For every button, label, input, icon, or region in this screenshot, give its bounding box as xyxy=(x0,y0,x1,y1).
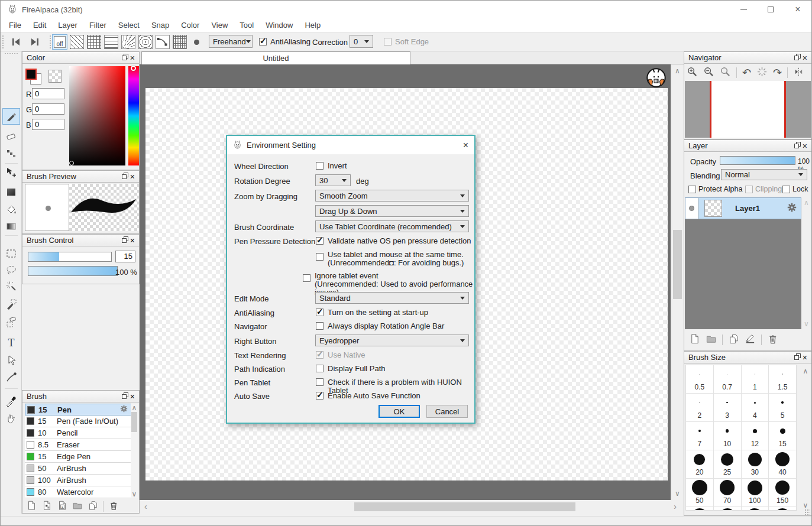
brush-size-option[interactable]: 1 xyxy=(742,365,769,394)
brush-item-pen-fade[interactable]: 15Pen (Fade In/Out) xyxy=(25,415,131,427)
brush-list-scrollbar[interactable]: ∧ ∨ xyxy=(131,404,138,498)
brush-size-option[interactable]: 3 xyxy=(714,394,742,422)
dialog-close-icon[interactable]: × xyxy=(463,140,468,151)
float-panel-icon[interactable] xyxy=(122,53,128,62)
enable-auto-save-checkbox[interactable]: Enable Auto Save Function xyxy=(316,392,420,400)
brush-size-option[interactable]: 2 xyxy=(686,394,714,422)
brush-size-option[interactable]: 0.5 xyxy=(686,365,714,394)
right-button-dropdown[interactable]: Eyedropper xyxy=(315,335,469,346)
brush-opacity-slider[interactable] xyxy=(28,266,118,276)
zoom-in-icon[interactable] xyxy=(687,66,698,79)
blending-dropdown[interactable]: Normal xyxy=(721,169,807,180)
brush-size-option[interactable]: 15 xyxy=(769,422,797,450)
brush-item-airbrush-50[interactable]: 50AirBrush xyxy=(25,463,131,475)
brush-size-option[interactable]: 12 xyxy=(742,422,769,450)
scrollbar-thumb[interactable] xyxy=(354,502,575,511)
stroke-mode-dropdown[interactable]: Freehand xyxy=(209,35,253,48)
brush-size-option[interactable]: 4 xyxy=(742,394,769,422)
tool-blur[interactable] xyxy=(4,147,18,161)
snap-concentric-button[interactable] xyxy=(138,35,153,49)
tool-select-pen[interactable] xyxy=(4,297,18,311)
invert-checkbox[interactable]: Invert xyxy=(316,162,347,170)
clipping-checkbox[interactable]: Clipping xyxy=(745,185,782,193)
correction-dropdown[interactable]: 0 xyxy=(350,35,373,48)
brush-size-option[interactable]: 100 xyxy=(742,479,769,507)
brush-size-option[interactable]: 150 xyxy=(769,479,797,507)
protect-alpha-checkbox[interactable]: Protect Alpha xyxy=(688,185,742,193)
menu-select[interactable]: Select xyxy=(112,19,145,31)
brush-item-pen[interactable]: 15 Pen xyxy=(25,404,131,415)
close-panel-icon[interactable]: × xyxy=(801,142,809,150)
g-input[interactable] xyxy=(32,103,64,115)
add-bitmap-brush-button[interactable] xyxy=(41,499,52,513)
drag-direction-dropdown[interactable]: Drag Up & Down xyxy=(315,205,469,217)
rotate-right-icon[interactable]: ↷ xyxy=(773,67,782,78)
tool-pen[interactable] xyxy=(2,108,20,125)
brush-size-option[interactable] xyxy=(714,507,742,511)
antialiasing-checkbox[interactable]: AntiAliasing xyxy=(259,37,310,46)
r-input[interactable] xyxy=(32,88,64,99)
brush-size-slider[interactable] xyxy=(28,252,112,262)
toolstrip-grip[interactable] xyxy=(4,53,18,55)
tablet-mouse-checkbox[interactable]: Use tablet and mouse at the same time.(U… xyxy=(316,251,464,267)
brush-size-option[interactable]: 10 xyxy=(714,422,742,450)
tool-hand[interactable] xyxy=(4,412,18,426)
menu-filter[interactable]: Filter xyxy=(83,19,112,31)
soft-edge-checkbox[interactable]: Soft Edge xyxy=(384,37,429,46)
float-panel-icon[interactable] xyxy=(122,392,128,401)
tool-gradient[interactable] xyxy=(4,219,18,233)
menu-color[interactable]: Color xyxy=(175,19,205,31)
lock-checkbox[interactable]: Lock xyxy=(782,185,808,193)
close-panel-icon[interactable]: × xyxy=(128,392,137,401)
scroll-down-icon[interactable]: ∨ xyxy=(131,490,138,498)
tool-eraser[interactable] xyxy=(4,129,18,143)
snap-horizontal-button[interactable] xyxy=(104,35,118,49)
tool-eyedropper[interactable] xyxy=(4,394,18,408)
b-input[interactable] xyxy=(32,119,64,130)
layer-row-layer1[interactable]: Layer1 xyxy=(685,197,801,219)
brush-size-option[interactable]: 40 xyxy=(769,450,797,479)
rotation-angle-bar-checkbox[interactable]: Always display Rotation Angle Bar xyxy=(316,322,444,330)
brush-size-option[interactable]: 1.5 xyxy=(769,365,797,394)
display-full-path-checkbox[interactable]: Display Full Path xyxy=(316,365,386,373)
menu-view[interactable]: View xyxy=(205,19,234,31)
duplicate-layer-button[interactable] xyxy=(728,333,739,346)
brush-folder-button[interactable] xyxy=(72,499,83,513)
brush-size-option[interactable] xyxy=(742,507,769,511)
float-panel-icon[interactable] xyxy=(122,172,128,181)
scroll-up-icon[interactable]: ∧ xyxy=(801,366,810,375)
close-button[interactable]: × xyxy=(784,1,811,18)
brush-size-option[interactable] xyxy=(769,507,797,511)
tool-select-eraser[interactable] xyxy=(4,315,18,329)
tool-text[interactable]: T xyxy=(4,336,18,350)
canvas-vertical-scrollbar[interactable]: ∧ ∨ xyxy=(671,64,684,500)
menu-tool[interactable]: Tool xyxy=(234,19,260,31)
snap-curve-button[interactable] xyxy=(156,35,170,49)
saturation-value-picker[interactable] xyxy=(69,66,125,165)
close-panel-icon[interactable]: × xyxy=(128,173,137,181)
brush-size-option[interactable]: 7 xyxy=(686,422,714,450)
maximize-button[interactable] xyxy=(757,1,784,18)
close-panel-icon[interactable]: × xyxy=(128,54,137,62)
add-brush-button[interactable] xyxy=(26,499,37,513)
panel-resize-grip[interactable] xyxy=(804,509,810,515)
snap-parallel-button[interactable] xyxy=(70,35,84,49)
brush-size-option[interactable]: 30 xyxy=(742,450,769,479)
add-layer-button[interactable] xyxy=(689,333,700,346)
canvas-horizontal-scrollbar[interactable]: ‹ › xyxy=(140,500,684,514)
brush-item-watercolor[interactable]: 80Watercolor xyxy=(25,486,131,498)
tool-fill-rect[interactable] xyxy=(4,185,18,199)
float-panel-icon[interactable] xyxy=(794,141,801,150)
brush-size-option[interactable]: 5 xyxy=(769,394,797,422)
snap-off-button[interactable]: off xyxy=(52,34,67,50)
navigator-preview[interactable] xyxy=(685,81,811,138)
add-layer-folder-button[interactable] xyxy=(706,333,717,346)
hue-slider[interactable] xyxy=(128,66,139,165)
brush-size-option[interactable]: 0.7 xyxy=(714,365,742,394)
rotation-degree-dropdown[interactable]: 30 xyxy=(315,174,351,186)
snap-radial-button[interactable] xyxy=(121,35,135,49)
brush-size-scrollbar[interactable]: ∧ ∨ xyxy=(801,366,810,511)
brush-size-option[interactable]: 25 xyxy=(714,450,742,479)
tool-bucket[interactable] xyxy=(4,203,18,217)
edit-mode-dropdown[interactable]: Standard xyxy=(315,292,469,304)
